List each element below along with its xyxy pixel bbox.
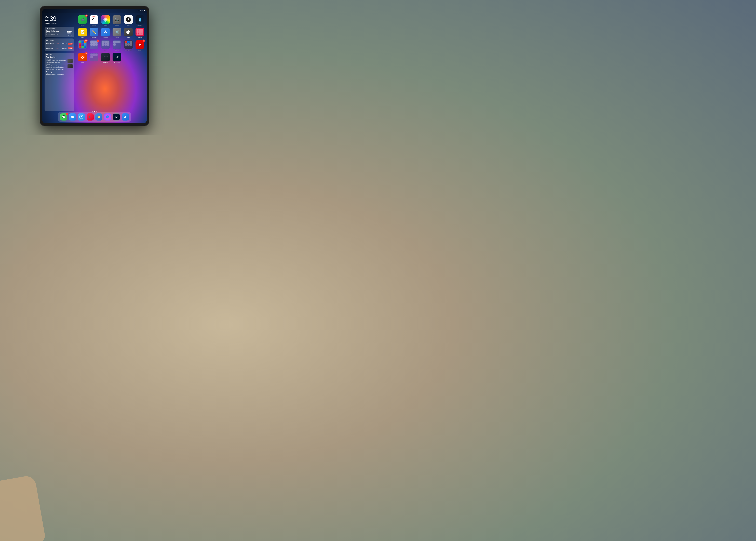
app-settings[interactable]: ⚙️ Settings xyxy=(112,28,122,38)
youtube-icon: 2 xyxy=(136,40,144,49)
svg-point-22 xyxy=(82,56,83,57)
dock-safari[interactable] xyxy=(78,114,85,121)
app-facetime[interactable]: 📹 1 FaceTime xyxy=(78,15,87,26)
app-row-1: 📹 1 FaceTime Friday 21 Calendar xyxy=(78,15,145,26)
svg-point-20 xyxy=(82,56,83,57)
apple-logo-icon xyxy=(126,30,131,35)
app-darksky[interactable]: 💧 Dark Sky xyxy=(135,15,145,26)
folder-2-mini-5 xyxy=(93,43,95,46)
news-header: 📰 NEWS xyxy=(46,54,73,56)
app-notes[interactable]: 📝 Notes xyxy=(78,28,87,38)
app-entertainment[interactable]: Entertainment xyxy=(124,40,133,51)
app-amazon[interactable]: amazon Amazon xyxy=(101,53,110,63)
stock-row-nasdaq: NASDAQ 8,031.71 -19.63 xyxy=(46,47,73,50)
app-calendar[interactable]: Friday 21 Calendar xyxy=(89,15,99,26)
app-youtube[interactable]: 2 YouTube xyxy=(135,40,145,51)
dock-appstore[interactable] xyxy=(122,114,129,121)
app-photos[interactable]: Photos xyxy=(101,15,110,26)
create-label: Create xyxy=(101,49,110,51)
app-folder-1[interactable]: 225 xyxy=(78,40,87,49)
news-item-2-content: 9NEWS Trump administration plans to arre… xyxy=(46,64,67,70)
ent-mini-1 xyxy=(125,41,127,43)
page-dots xyxy=(93,111,97,112)
dock-music-icon: 🎵 xyxy=(87,114,94,121)
folder-mini-7 xyxy=(79,46,81,48)
stocks-label: STOCKS xyxy=(49,40,54,41)
clock-app-icon xyxy=(124,15,133,24)
dock-nova-icon: 🌀 xyxy=(104,114,111,121)
safari-compass-icon xyxy=(79,115,83,119)
stocks-widget[interactable]: 📈 STOCKS Dow Jones 26,719.13 -34.04 NASD… xyxy=(45,39,74,51)
entertainment-label: Entertainment xyxy=(124,49,133,51)
notability-label: Notability xyxy=(89,37,99,38)
app-camera[interactable]: 📷 Camera xyxy=(112,15,122,26)
app-lightroom[interactable]: Lr Lightroom xyxy=(112,53,122,63)
app-create[interactable]: Create xyxy=(101,40,110,51)
news-thumb-2 xyxy=(68,64,73,68)
app-lifestyle[interactable]: Lifestyle xyxy=(135,28,145,38)
app-notability[interactable]: ✏️ Notability xyxy=(89,28,99,38)
darksky-icon: 💧 xyxy=(136,15,144,24)
youtube-badge: 2 xyxy=(143,40,145,42)
notability-icon: ✏️ xyxy=(90,28,98,36)
dock-messages-icon: 💬 1 xyxy=(60,114,67,121)
dock-files[interactable]: 📁 xyxy=(95,114,103,121)
battery-percentage: 100% xyxy=(140,10,144,11)
right-panel-apps: 📹 1 FaceTime Friday 21 Calendar xyxy=(76,13,147,113)
lifestyle-mini-3 xyxy=(141,29,143,31)
facetime-label: FaceTime xyxy=(78,24,87,26)
settings-icon-glyph: ⚙️ xyxy=(115,30,119,34)
dock-messages[interactable]: 💬 1 xyxy=(60,114,67,121)
folder-mini-2 xyxy=(82,41,84,43)
folder-1-badge: 225 xyxy=(84,40,88,42)
left-panel-widgets: 2:39 Friday, June 21 ☁️ WEATHER West Hol… xyxy=(42,13,76,113)
app-reddit[interactable]: 1 Reddit xyxy=(78,53,87,63)
lightroom-lr-text: Lr xyxy=(116,55,118,59)
photos-icon xyxy=(101,15,110,24)
ent-mini-6 xyxy=(130,43,132,46)
dock-lr-icon: Lr xyxy=(113,114,120,121)
svg-marker-29 xyxy=(81,116,82,117)
app-apple[interactable]: Apple xyxy=(124,28,133,38)
stock-nasdaq-name: NASDAQ xyxy=(46,47,56,49)
entertainment-inner xyxy=(124,40,133,49)
settings-icon: ⚙️ xyxy=(113,28,121,36)
mail-envelope-icon: ✉️ xyxy=(71,115,74,119)
lightroom-icon: Lr xyxy=(113,53,121,61)
news-trending-heading: Trending xyxy=(46,71,73,73)
games-mini-1 xyxy=(113,41,116,43)
folder-mini-4 xyxy=(79,43,81,46)
amazon-label: Amazon xyxy=(101,62,110,63)
games-mini-3 xyxy=(118,41,121,43)
page-dot-2 xyxy=(94,111,95,112)
screen-content: 2:39 Friday, June 21 ☁️ WEATHER West Hol… xyxy=(42,13,147,113)
reddit-icon: 1 xyxy=(78,53,87,61)
ent-mini-2 xyxy=(128,41,130,43)
app-games[interactable]: Games xyxy=(112,40,122,51)
folder-3-mini-4 xyxy=(91,56,93,58)
app-clock[interactable]: Clock xyxy=(124,15,133,26)
dock-mail[interactable]: ✉️ xyxy=(69,114,76,121)
dock-lr[interactable]: Lr xyxy=(113,114,120,121)
weather-chance-rain: Chance of Rain: 0% xyxy=(46,34,59,35)
dock-nova[interactable]: 🌀 xyxy=(104,114,111,121)
app-appstore[interactable]: App Store xyxy=(101,28,110,38)
folder-2-badge: 4 xyxy=(97,40,99,42)
weather-widget[interactable]: ☁️ WEATHER West Hollywood Cloudy Chance … xyxy=(45,27,74,37)
lifestyle-icon xyxy=(136,28,144,36)
photos-icon-inner xyxy=(101,15,110,24)
settings-label: Settings xyxy=(112,37,122,38)
appstore-label: App Store xyxy=(101,37,110,38)
news-widget[interactable]: 📰 NEWS Top Stories NBC NEWS Tensions hig… xyxy=(45,53,74,111)
app-folder-3[interactable] xyxy=(89,53,99,62)
folder-3-mini-3 xyxy=(95,54,98,56)
dock-music[interactable]: 🎵 xyxy=(87,114,94,121)
stock-dow-price: 26,719.13 xyxy=(60,43,67,44)
games-mini-2 xyxy=(116,41,118,43)
folder-3-icon xyxy=(90,53,98,61)
news-icon: 📰 xyxy=(46,54,48,56)
nova-spiral-icon: 🌀 xyxy=(106,115,109,119)
app-folder-2[interactable]: 4 xyxy=(89,40,99,49)
status-bar-right: ▲ 100% ▮ xyxy=(138,10,145,11)
music-note-icon: 🎵 xyxy=(89,115,92,119)
